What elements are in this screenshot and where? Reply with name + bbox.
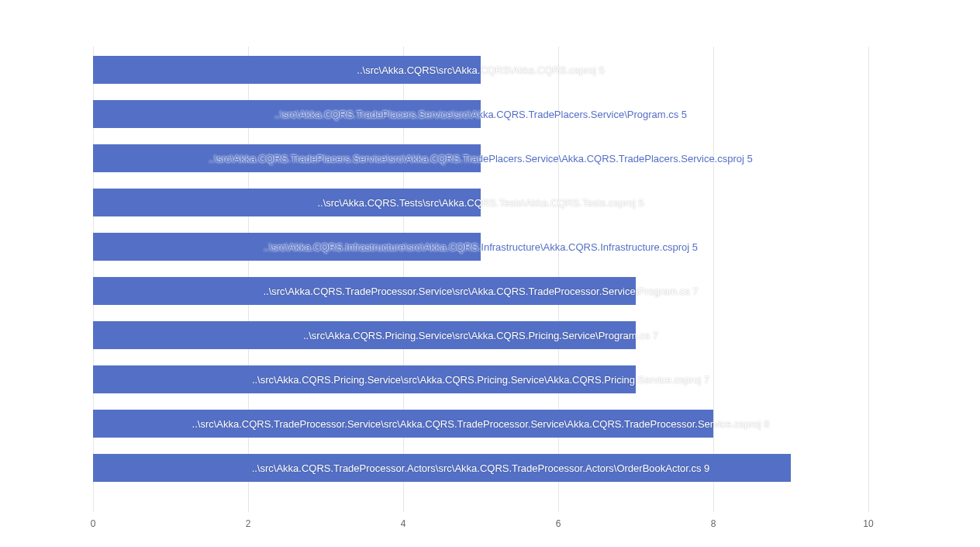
bar-row: ..\src\Akka.CQRS.Pricing.Service\src\Akk…: [93, 365, 868, 393]
bar[interactable]: [93, 321, 636, 349]
x-axis-tick-label: 10: [863, 518, 873, 529]
bar[interactable]: [93, 233, 481, 261]
x-axis-tick-label: 8: [711, 518, 716, 529]
bar[interactable]: [93, 189, 481, 216]
bar[interactable]: [93, 56, 481, 84]
x-axis-tick-label: 6: [556, 518, 561, 529]
bar[interactable]: [93, 144, 481, 172]
x-axis-tick-label: 4: [401, 518, 406, 529]
bar-row: ..\src\Akka.CQRS.TradePlacers.Service\sr…: [93, 100, 868, 128]
bar-row: ..\src\Akka.CQRS.Tests\src\Akka.CQRS.Tes…: [93, 189, 868, 216]
x-gridline: [868, 47, 869, 512]
x-axis-tick-label: 2: [246, 518, 251, 529]
bars-container: ..\src\Akka.CQRS\src\Akka.CQRS\Akka.CQRS…: [93, 47, 868, 512]
bar-row: ..\src\Akka.CQRS.Pricing.Service\src\Akk…: [93, 321, 868, 349]
chart-plot-area: ..\src\Akka.CQRS\src\Akka.CQRS\Akka.CQRS…: [93, 47, 868, 512]
bar[interactable]: [93, 365, 636, 393]
bar-row: ..\src\Akka.CQRS\src\Akka.CQRS\Akka.CQRS…: [93, 56, 868, 84]
bar[interactable]: [93, 100, 481, 128]
bar-row: ..\src\Akka.CQRS.TradePlacers.Service\sr…: [93, 144, 868, 172]
bar-row: ..\src\Akka.CQRS.TradeProcessor.Service\…: [93, 410, 868, 438]
bar[interactable]: [93, 410, 713, 438]
bar[interactable]: [93, 277, 636, 305]
x-axis-tick-label: 0: [91, 518, 96, 529]
bar-row: ..\src\Akka.CQRS.TradeProcessor.Actors\s…: [93, 454, 868, 482]
bar-row: ..\src\Akka.CQRS.TradeProcessor.Service\…: [93, 277, 868, 305]
bar[interactable]: [93, 454, 791, 482]
bar-row: ..\src\Akka.CQRS.Infrastructure\src\Akka…: [93, 233, 868, 261]
